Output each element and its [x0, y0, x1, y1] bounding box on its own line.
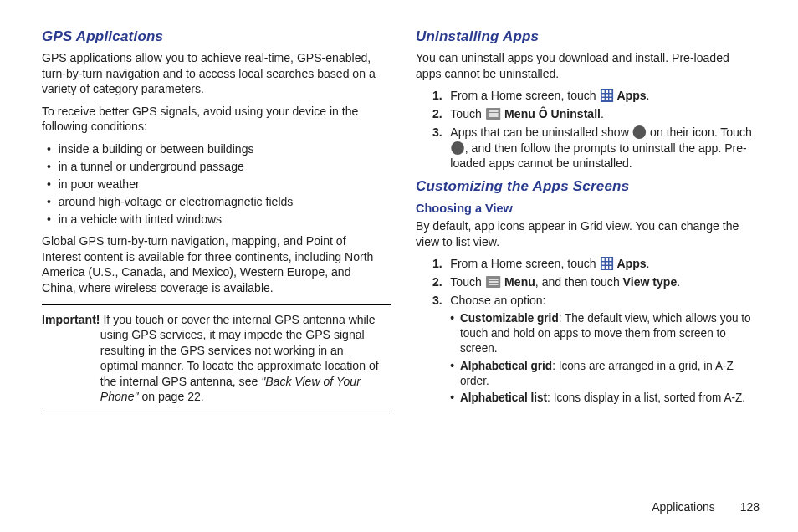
svg-rect-23: [609, 266, 611, 269]
gps-conditions-list: inside a building or between buildings i…: [42, 141, 391, 228]
subheading-choosing-a-view: Choosing a View: [416, 202, 765, 215]
gps-coverage-paragraph: Global GPS turn-by-turn navigation, mapp…: [42, 233, 380, 295]
remove-circle-icon: [451, 141, 464, 155]
svg-rect-7: [601, 98, 604, 100]
svg-rect-21: [601, 266, 604, 269]
important-label: Important!: [42, 313, 100, 326]
step: Choose an option: Customizable grid: The…: [432, 293, 755, 406]
uninstall-intro: You can uninstall apps you download and …: [416, 50, 754, 81]
step: Touch Menu, and then touch View type.: [432, 274, 755, 290]
section-name: Applications: [652, 500, 715, 514]
list-item: around high-voltage or electromagnetic f…: [50, 194, 381, 209]
heading-gps-applications: GPS Applications: [42, 28, 391, 45]
list-item: in a tunnel or underground passage: [50, 159, 381, 174]
list-item: in a vehicle with tinted windows: [50, 212, 381, 227]
svg-rect-2: [606, 90, 608, 93]
svg-rect-22: [606, 266, 608, 269]
apps-icon: [601, 257, 614, 270]
step: From a Home screen, touch Apps.: [432, 88, 755, 104]
uninstall-steps: From a Home screen, touch Apps. Touch Me…: [416, 88, 765, 171]
svg-rect-20: [609, 263, 611, 265]
svg-rect-4: [601, 95, 604, 97]
svg-rect-1: [601, 90, 604, 93]
svg-rect-9: [609, 98, 611, 100]
view-type-options: Customizable grid: The default view, whi…: [450, 311, 755, 406]
important-callout: Important! If you touch or cover the int…: [42, 304, 391, 412]
step: Apps that can be uninstalled show on the…: [432, 125, 755, 172]
page: GPS Applications GPS applications allow …: [0, 0, 798, 499]
page-footer: Applications 128: [652, 500, 760, 514]
step: Touch Menu Ô Uninstall.: [432, 106, 755, 122]
list-item: Alphabetical list: Icons display in a li…: [452, 391, 755, 406]
gps-intro-paragraph: GPS applications allow you to achieve re…: [42, 50, 380, 97]
heading-uninstalling-apps: Uninstalling Apps: [416, 28, 765, 45]
gps-conditions-intro: To receive better GPS signals, avoid usi…: [42, 104, 380, 135]
choosing-view-intro: By default, app icons appear in Grid vie…: [416, 218, 754, 249]
svg-rect-8: [606, 98, 608, 100]
svg-rect-19: [606, 263, 608, 265]
heading-customizing-apps-screens: Customizing the Apps Screens: [416, 178, 765, 195]
remove-circle-icon: [633, 125, 647, 139]
svg-rect-5: [606, 95, 608, 97]
list-item: Alphabetical grid: Icons are arranged in…: [452, 359, 755, 389]
svg-rect-15: [601, 258, 604, 261]
svg-rect-18: [601, 263, 604, 265]
step: From a Home screen, touch Apps.: [432, 256, 755, 272]
choosing-view-steps: From a Home screen, touch Apps. Touch Me…: [416, 256, 765, 406]
right-column: Uninstalling Apps You can uninstall apps…: [416, 25, 765, 490]
list-item: in poor weather: [50, 176, 381, 192]
list-item: Customizable grid: The default view, whi…: [452, 311, 755, 356]
svg-rect-17: [609, 258, 611, 261]
menu-icon: [486, 276, 500, 288]
page-number: 128: [740, 500, 760, 514]
apps-icon: [601, 89, 614, 102]
important-text: Important! If you touch or cover the int…: [42, 312, 380, 405]
svg-rect-16: [606, 258, 608, 261]
list-item: inside a building or between buildings: [50, 141, 381, 156]
left-column: GPS Applications GPS applications allow …: [42, 25, 391, 490]
svg-rect-3: [609, 90, 611, 93]
svg-rect-6: [609, 95, 611, 97]
menu-icon: [486, 108, 500, 120]
